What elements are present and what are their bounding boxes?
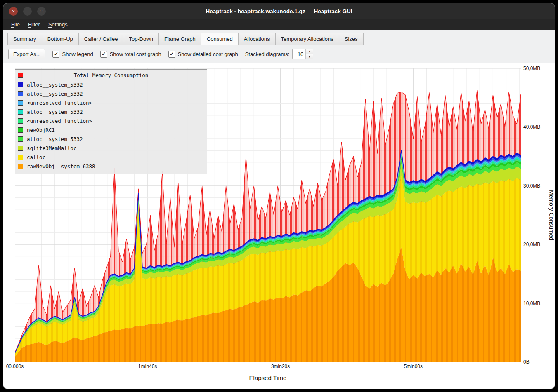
y-axis-title-column: Memory Consumed: [546, 68, 555, 362]
checkbox-check-icon: ✓: [52, 51, 59, 58]
x-tick: 5min00s: [404, 364, 423, 369]
y-tick: 20,0MB: [523, 242, 540, 247]
legend-label: newObjRC1: [27, 127, 55, 133]
menu-item-settings[interactable]: Settings: [45, 20, 71, 29]
legend-swatch: [18, 82, 23, 87]
legend-label: alloc__system_5332: [27, 91, 83, 97]
legend-swatch: [18, 127, 23, 133]
y-tick: 0B: [523, 359, 530, 365]
checkbox-show-detailed-cost-graph[interactable]: ✓Show detailed cost graph: [168, 51, 238, 58]
tab-sizes[interactable]: Sizes: [339, 33, 364, 45]
legend-swatch: [18, 91, 23, 96]
toolbar: Export As... ✓Show legend✓Show total cos…: [3, 45, 555, 63]
menu-item-file[interactable]: File: [7, 20, 24, 29]
menu-item-filter[interactable]: Filter: [24, 20, 44, 29]
legend-title: Total Memory Consumption: [74, 72, 149, 78]
tab-bottom-up[interactable]: Bottom-Up: [42, 33, 78, 45]
tab-summary[interactable]: Summary: [7, 33, 42, 45]
legend-label: rawNewObj__system_6388: [27, 163, 95, 169]
legend-title-row: Total Memory Consumption: [18, 71, 204, 80]
tab-flame-graph[interactable]: Flame Graph: [158, 33, 201, 45]
stacked-diagrams-label: Stacked diagrams:: [245, 51, 290, 57]
legend-item: alloc__system_5332: [18, 134, 204, 143]
minimize-button[interactable]: –: [23, 7, 32, 16]
checkbox-show-legend[interactable]: ✓Show legend: [52, 51, 93, 58]
y-tick: 40,0MB: [523, 124, 540, 130]
legend-swatch: [18, 164, 23, 169]
checkbox-container: ✓Show legend✓Show total cost graph✓Show …: [52, 51, 238, 58]
legend-label: <unresolved function>: [27, 118, 92, 124]
y-tick: 50,0MB: [523, 66, 540, 71]
y-axis-title: Memory Consumed: [548, 190, 555, 240]
legend-item: sqlite3MemMalloc: [18, 143, 204, 153]
checkbox-label: Show total cost graph: [110, 51, 161, 57]
y-tick: 30,0MB: [523, 183, 540, 189]
window-controls: ✕ – ▢: [9, 7, 46, 16]
legend-item: <unresolved function>: [18, 116, 204, 125]
legend-swatch: [18, 136, 23, 142]
legend-label: alloc__system_5332: [27, 82, 83, 88]
chart-legend: Total Memory Consumptionalloc__system_53…: [15, 69, 207, 174]
memory-chart[interactable]: Total Memory Consumptionalloc__system_53…: [15, 68, 521, 362]
legend-swatch: [18, 73, 23, 78]
legend-swatch: [18, 109, 23, 115]
legend-item: <unresolved function>: [18, 98, 204, 107]
x-tick: 1min40s: [138, 364, 157, 369]
legend-item: alloc__system_5332: [18, 107, 204, 116]
menubar: FileFilterSettings: [3, 19, 555, 30]
legend-label: alloc__system_5332: [27, 109, 83, 115]
window-title: Heaptrack - heaptrack.wakunode.1.gz — He…: [3, 8, 555, 14]
legend-item: alloc__system_5332: [18, 89, 204, 98]
y-axis-ticks: 0B10,0MB20,0MB30,0MB40,0MB50,0MB: [521, 68, 546, 362]
y-tick: 10,0MB: [523, 300, 540, 306]
tab-caller-callee[interactable]: Caller / Callee: [78, 33, 123, 45]
tab-top-down[interactable]: Top-Down: [123, 33, 158, 45]
legend-label: alloc__system_5332: [27, 136, 83, 142]
x-tick: 3min20s: [271, 364, 290, 369]
tab-temporary-allocations[interactable]: Temporary Allocations: [275, 33, 339, 45]
legend-item: calloc: [18, 153, 204, 162]
legend-label: <unresolved function>: [27, 100, 92, 106]
export-as-button[interactable]: Export As...: [8, 49, 45, 59]
legend-label: calloc: [27, 154, 45, 160]
checkbox-check-icon: ✓: [100, 51, 107, 58]
stacked-diagrams-spinbox[interactable]: 10 ▲ ▼: [292, 49, 313, 59]
chart-area: Total Memory Consumptionalloc__system_53…: [3, 63, 555, 389]
close-button[interactable]: ✕: [9, 7, 18, 16]
legend-swatch: [18, 155, 23, 160]
legend-item: rawNewObj__system_6388: [18, 162, 204, 171]
spin-down-button[interactable]: ▼: [306, 54, 313, 59]
tab-bar: SummaryBottom-UpCaller / CalleeTop-DownF…: [3, 30, 555, 45]
x-axis-title: Elapsed Time: [249, 374, 287, 381]
legend-item: alloc__system_5332: [18, 80, 204, 89]
tab-consumed[interactable]: Consumed: [201, 33, 238, 45]
titlebar: ✕ – ▢ Heaptrack - heaptrack.wakunode.1.g…: [3, 3, 555, 19]
legend-item: newObjRC1: [18, 125, 204, 134]
checkbox-label: Show detailed cost graph: [178, 51, 238, 57]
x-tick: 00.000s: [6, 364, 24, 369]
maximize-button[interactable]: ▢: [37, 7, 46, 16]
legend-swatch: [18, 118, 23, 124]
spin-up-button[interactable]: ▲: [306, 49, 313, 54]
legend-swatch: [18, 146, 23, 151]
checkbox-show-total-cost-graph[interactable]: ✓Show total cost graph: [100, 51, 161, 58]
legend-label: sqlite3MemMalloc: [27, 145, 76, 151]
checkbox-label: Show legend: [62, 51, 93, 57]
spin-value: 10: [293, 49, 305, 59]
tab-allocations[interactable]: Allocations: [238, 33, 275, 45]
x-axis-ticks: 00.000s1min40s3min20s5min00s: [15, 362, 521, 371]
plot-left-margin: [3, 68, 15, 362]
legend-swatch: [18, 100, 23, 106]
checkbox-check-icon: ✓: [168, 51, 175, 58]
app-window: ✕ – ▢ Heaptrack - heaptrack.wakunode.1.g…: [3, 3, 555, 389]
